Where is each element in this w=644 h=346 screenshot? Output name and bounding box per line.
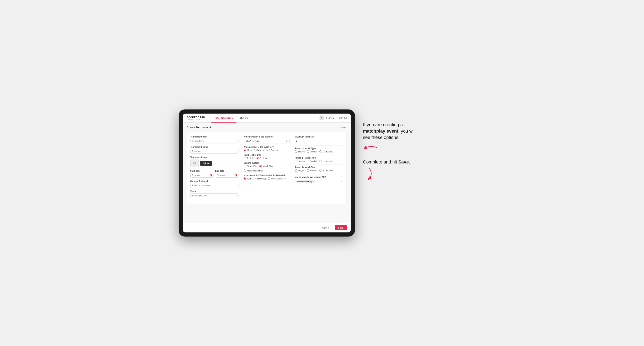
teams-plus-radio[interactable] <box>244 177 246 180</box>
round1-fourball-label: Fourball <box>310 151 318 153</box>
start-date-label: Start date <box>190 170 214 172</box>
round1-match-type: Round 1 - Match Type Singles Fourball <box>295 147 343 153</box>
tournament-host-group: Tournament Host ▾ <box>190 136 239 144</box>
round3-fourball[interactable]: Fourball <box>307 169 318 172</box>
sign-out-link[interactable]: Sign out <box>339 117 347 119</box>
rounds-3-label: 3 <box>260 157 261 159</box>
round1-singles-radio[interactable] <box>295 150 297 153</box>
round3-foursomes[interactable]: Foursomes <box>320 169 333 172</box>
round2-fourball[interactable]: Fourball <box>307 160 318 162</box>
round1-fourball-radio[interactable] <box>307 150 309 153</box>
round2-foursomes-radio[interactable] <box>320 160 322 162</box>
round2-singles[interactable]: Singles <box>295 160 305 162</box>
nav-tabs: TOURNAMENTS TEAMS <box>211 114 320 123</box>
logo-upload-row: 🖼 Upload <box>190 159 239 167</box>
logo-text: SCOREBOARD <box>187 116 205 119</box>
back-label: Back <box>342 126 346 129</box>
form-card: Tournament Host ▾ Tournament name Tourna… <box>187 132 347 204</box>
upload-button[interactable]: Upload <box>200 161 212 166</box>
save-button[interactable]: Save <box>335 225 347 230</box>
arrow-down-spacer <box>363 167 466 180</box>
venue-input[interactable] <box>190 193 239 198</box>
rounds-2-radio[interactable] <box>250 157 253 159</box>
calendar-icon: 📅 <box>210 174 212 176</box>
cancel-button[interactable]: Cancel <box>319 225 333 230</box>
main-content: Create Tournament ‹ Back Tournament Host <box>183 123 351 223</box>
search-icon: ▾ <box>236 140 237 142</box>
back-chevron: ‹ <box>340 126 341 129</box>
individuals-only-label: Individuals Only <box>271 177 286 180</box>
annotation-save-text: Complete and hit Save. <box>363 159 420 165</box>
round1-fourball[interactable]: Fourball <box>307 150 318 153</box>
scoring-stroke-play[interactable]: Stroke Play <box>244 165 257 167</box>
round2-foursomes[interactable]: Foursomes <box>320 160 333 162</box>
round3-foursomes-radio[interactable] <box>320 169 322 172</box>
rounds-1-radio[interactable] <box>244 157 246 159</box>
rounds-1-label: 1 <box>247 157 248 159</box>
scoring-match-radio[interactable] <box>260 165 262 167</box>
rounds-3[interactable]: 3 <box>256 157 261 159</box>
tournament-host-input[interactable] <box>190 139 239 144</box>
third-party-select[interactable]: Leaderboard King ✕ ▾ <box>295 179 343 184</box>
scoring-match-play[interactable]: Match Play <box>260 165 273 167</box>
rounds-2[interactable]: 2 <box>250 157 255 159</box>
round1-label: Round 1 - Match Type <box>295 147 343 150</box>
gender-combined-radio[interactable] <box>268 149 270 152</box>
tag-close-icon[interactable]: ✕ <box>312 181 314 183</box>
scoring-stroke-label: Stroke Play <box>247 165 257 167</box>
scoring-medal-match-play[interactable]: Medal Match Play <box>244 170 263 172</box>
round3-singles[interactable]: Singles <box>295 169 305 172</box>
end-date-group: End date 📅 <box>215 170 238 177</box>
teams-plus-individuals[interactable]: Teams (+Individuals) <box>244 177 266 180</box>
avatar: T <box>320 116 324 120</box>
round3-fourball-radio[interactable] <box>307 169 309 172</box>
annotation-matchplay-text: If you are creating a matchplay event, y… <box>363 122 420 141</box>
scoring-group: Scoring system Stroke Play Match Play <box>244 162 290 172</box>
round3-match-type: Round 3 - Match Type Singles Fourball <box>295 166 343 172</box>
round2-fourball-radio[interactable] <box>307 160 309 162</box>
separator: | <box>337 117 338 119</box>
gender-womens-radio[interactable] <box>254 149 256 152</box>
tournament-logo-group: Tournament logo 🖼 Upload <box>190 156 239 167</box>
individuals-only[interactable]: Individuals Only <box>268 177 286 180</box>
round2-singles-radio[interactable] <box>295 160 297 162</box>
round1-foursomes[interactable]: Foursomes <box>320 150 333 153</box>
gender-womens-label: Womens <box>257 149 265 152</box>
gender-group: Which gender is the event for? Mens Wome… <box>244 146 290 152</box>
round2-match-type: Round 2 - Match Type Singles Fourball <box>295 157 343 162</box>
rounds-4-radio[interactable] <box>263 157 266 159</box>
division-group: Which division is the event for? NCAA Di… <box>244 136 290 144</box>
max-team-size-input[interactable] <box>295 139 305 143</box>
nav-tab-teams[interactable]: TEAMS <box>236 114 252 123</box>
tournament-host-search-wrap: ▾ <box>190 139 239 144</box>
individuals-only-radio[interactable] <box>268 177 270 180</box>
round1-foursomes-radio[interactable] <box>320 150 322 153</box>
max-team-size-group: Maximum Team Size <box>295 136 343 143</box>
back-link[interactable]: ‹ Back <box>340 126 346 129</box>
scoring-medal-label: Medal Match Play <box>247 170 263 172</box>
rounds-group: Number of rounds 1 2 <box>244 154 290 159</box>
gender-combined[interactable]: Combined <box>268 149 280 152</box>
round3-label: Round 3 - Match Type <box>295 166 343 169</box>
rounds-4[interactable]: 4 <box>263 157 268 159</box>
round3-singles-radio[interactable] <box>295 169 297 172</box>
round2-radio-group: Singles Fourball Foursomes <box>295 160 343 162</box>
annotation-save: Complete and hit Save. <box>363 159 466 180</box>
sponsor-input[interactable] <box>190 183 239 188</box>
scoring-medal-radio[interactable] <box>244 170 246 172</box>
gender-womens[interactable]: Womens <box>254 149 265 152</box>
nav-tab-tournaments[interactable]: TOURNAMENTS <box>211 114 236 123</box>
venue-label: Venue <box>190 190 239 192</box>
max-team-size-label: Maximum Team Size <box>295 136 343 138</box>
rounds-3-radio[interactable] <box>256 157 259 159</box>
tournament-name-input[interactable] <box>190 149 239 154</box>
division-select[interactable]: NCAA Division I <box>244 139 290 144</box>
gender-mens[interactable]: Mens <box>244 149 252 152</box>
scoring-stroke-radio[interactable] <box>244 165 246 167</box>
teams-plus-label: Teams (+Individuals) <box>247 177 266 180</box>
tournament-host-label: Tournament Host <box>190 136 239 138</box>
logo-sub: Powered by clippit <box>187 119 205 120</box>
round1-singles[interactable]: Singles <box>295 150 305 153</box>
gender-mens-radio[interactable] <box>244 149 246 152</box>
rounds-1[interactable]: 1 <box>244 157 248 159</box>
